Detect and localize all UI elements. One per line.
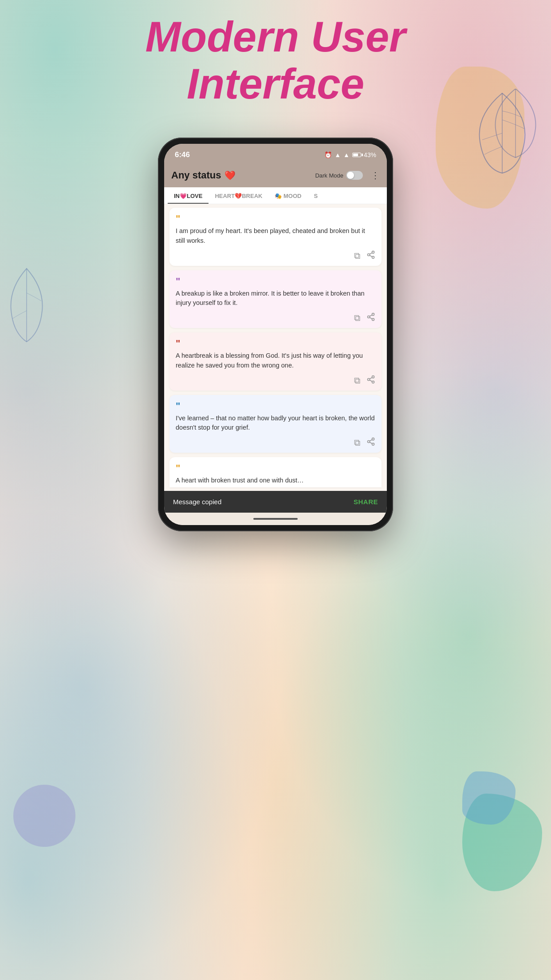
share-icon-2[interactable]	[366, 312, 375, 324]
copy-icon-1[interactable]: ⧉	[354, 251, 360, 261]
dark-mode-label: Dark Mode	[315, 172, 343, 179]
menu-icon[interactable]: ⋮	[371, 170, 380, 181]
tab-in-love[interactable]: IN💗LOVE	[168, 187, 209, 204]
quote-mark-4: "	[176, 401, 375, 411]
svg-point-7	[372, 318, 374, 320]
dark-mode-toggle-area[interactable]: Dark Mode	[315, 171, 363, 180]
quotes-list: " I am proud of my heart. It's been play…	[164, 204, 387, 491]
snackbar-action-button[interactable]: SHARE	[354, 498, 378, 506]
share-icon-3[interactable]	[366, 375, 375, 386]
quote-actions-3: ⧉	[176, 375, 375, 386]
svg-point-16	[368, 441, 370, 443]
alarm-icon: ⏰	[324, 151, 332, 158]
svg-line-3	[370, 255, 372, 257]
snackbar: Message copied SHARE	[164, 491, 387, 513]
snackbar-message: Message copied	[173, 498, 221, 506]
dark-mode-thumb	[347, 172, 354, 179]
copy-icon-4[interactable]: ⧉	[354, 438, 360, 448]
svg-line-13	[370, 380, 372, 381]
share-icon-4[interactable]	[366, 437, 375, 448]
quote-text-2: A breakup is like a broken mirror. It is…	[176, 289, 375, 308]
title-area: Modern User Interface	[0, 13, 551, 107]
app-title-area: Any status ❤️	[171, 170, 311, 181]
svg-point-2	[372, 256, 374, 258]
svg-point-15	[372, 438, 374, 440]
quote-mark-2: "	[176, 277, 375, 286]
quote-actions-4: ⧉	[176, 437, 375, 448]
leaf-decoration-left	[4, 266, 49, 346]
home-indicator	[164, 513, 387, 525]
svg-point-6	[368, 316, 370, 318]
tab-mood[interactable]: 🎭 MOOD	[268, 187, 307, 204]
app-title: Any status	[171, 170, 221, 181]
phone-frame: 6:46 ⏰ ▲ ▲ 43% Any status ❤️	[158, 138, 393, 531]
quote-mark-3: "	[176, 339, 375, 348]
quote-card-2: " A breakup is like a broken mirror. It …	[169, 270, 382, 328]
battery-pct: 43%	[364, 151, 376, 158]
home-bar	[253, 518, 298, 520]
wifi-icon: ▲	[335, 151, 341, 158]
tab-s-label: S	[314, 193, 318, 199]
svg-point-17	[372, 443, 374, 445]
title-line1: Modern User	[0, 13, 551, 60]
svg-point-10	[372, 375, 374, 378]
phone-screen: 6:46 ⏰ ▲ ▲ 43% Any status ❤️	[164, 144, 387, 525]
splash-purple-decor	[13, 785, 75, 847]
copy-icon-3[interactable]: ⧉	[354, 375, 360, 386]
tab-mood-label: 🎭 MOOD	[275, 193, 301, 199]
svg-line-14	[370, 377, 372, 379]
heart-icon: ❤️	[224, 170, 236, 181]
status-bar: 6:46 ⏰ ▲ ▲ 43%	[164, 144, 387, 165]
svg-point-12	[372, 381, 374, 383]
svg-point-11	[368, 378, 370, 380]
tab-in-love-label: IN💗LOVE	[174, 193, 202, 199]
tab-heartbreak-label: HEART💔BREAK	[215, 193, 262, 199]
quote-text-1: I am proud of my heart. It's been played…	[176, 226, 375, 246]
quote-card-1: " I am proud of my heart. It's been play…	[169, 208, 382, 266]
quote-card-4: " I've learned – that no matter how badl…	[169, 395, 382, 453]
quote-actions-1: ⧉	[176, 250, 375, 261]
tab-s[interactable]: S	[307, 187, 324, 204]
quote-mark-1: "	[176, 214, 375, 224]
svg-point-1	[368, 253, 370, 256]
quote-card-3: " A heartbreak is a blessing from God. I…	[169, 332, 382, 391]
quote-actions-2: ⧉	[176, 312, 375, 324]
copy-icon-2[interactable]: ⧉	[354, 313, 360, 323]
status-time: 6:46	[175, 150, 190, 159]
tab-heartbreak[interactable]: HEART💔BREAK	[209, 187, 268, 204]
signal-icon: ▲	[343, 151, 350, 158]
quote-text-5: A heart with broken trust and one with d…	[176, 476, 375, 486]
svg-line-19	[370, 439, 372, 441]
svg-line-4	[370, 253, 372, 254]
phone-mockup: 6:46 ⏰ ▲ ▲ 43% Any status ❤️	[158, 138, 393, 531]
svg-line-9	[370, 315, 372, 316]
quote-text-4: I've learned – that no matter how badly …	[176, 414, 375, 433]
tabs-bar: IN💗LOVE HEART💔BREAK 🎭 MOOD S	[164, 187, 387, 204]
app-bar: Any status ❤️ Dark Mode ⋮	[164, 165, 387, 187]
svg-line-8	[370, 317, 372, 319]
share-icon-1[interactable]	[366, 250, 375, 261]
svg-point-0	[372, 251, 374, 253]
title-line2: Interface	[0, 60, 551, 107]
quote-text-3: A heartbreak is a blessing from God. It'…	[176, 351, 375, 371]
quote-card-5-partial: " A heart with broken trust and one with…	[169, 457, 382, 487]
svg-line-18	[370, 442, 372, 443]
quote-mark-5: "	[176, 463, 375, 473]
battery-icon	[352, 153, 361, 157]
dark-mode-track[interactable]	[346, 171, 363, 180]
svg-point-5	[372, 313, 374, 316]
status-icons: ⏰ ▲ ▲ 43%	[324, 151, 376, 158]
